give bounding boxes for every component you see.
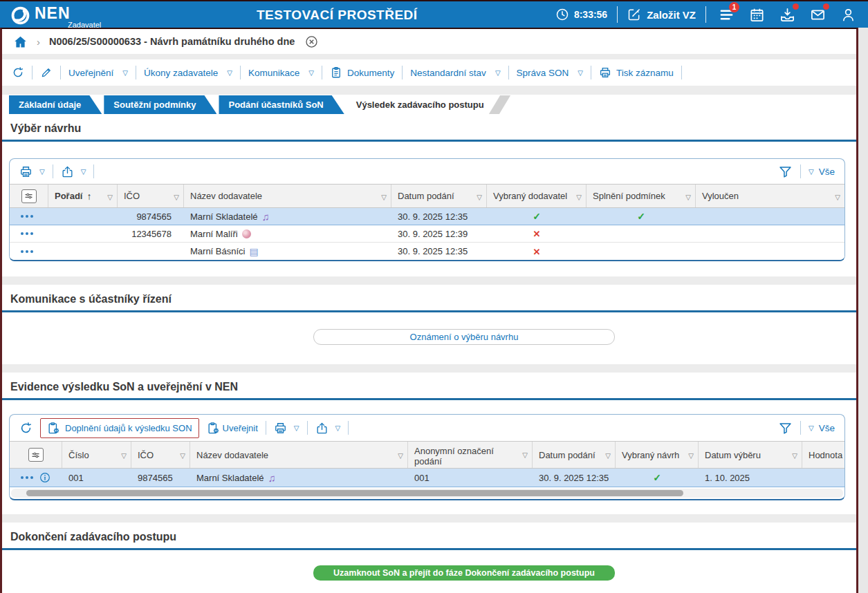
column-filter-icon[interactable]	[685, 191, 691, 201]
uzamknout-son-button[interactable]: Uzamknout SoN a přejít do fáze Dokončení…	[313, 565, 615, 581]
tasks-menu-button[interactable]: 1	[716, 4, 737, 25]
print-table-button[interactable]	[274, 422, 299, 435]
cell-nazev: Marní Malíři	[184, 229, 391, 239]
menu-dokumenty[interactable]: Dokumenty	[330, 66, 394, 79]
column-header-datum-podani[interactable]: Datum podání	[391, 185, 487, 207]
column-header-hodnota[interactable]: Hodnota s	[802, 442, 844, 468]
column-header-datum-vyberu[interactable]: Datum výběru	[699, 442, 802, 468]
column-header-datum-podani[interactable]: Datum podání	[533, 442, 616, 468]
column-filter-icon[interactable]	[792, 450, 797, 460]
check-icon	[637, 211, 645, 222]
refresh-icon[interactable]	[12, 66, 24, 79]
edit-pencil-icon[interactable]	[40, 66, 53, 79]
open-book-icon	[249, 246, 258, 257]
section-title: Výběr návrhu	[2, 114, 856, 142]
inbox-download-icon	[779, 7, 795, 23]
export-table-button[interactable]	[315, 422, 341, 435]
vyber-table-toolbar: Vše	[10, 159, 844, 184]
table-row[interactable]: 9874565 Marní Skladatelé 30. 9. 2025 12:…	[10, 208, 844, 225]
calendar-button[interactable]	[746, 4, 767, 25]
column-header-vyloucen[interactable]: Vyloučen	[696, 185, 844, 207]
menu-tisk-zaznamu[interactable]: Tisk záznamu	[599, 66, 674, 79]
uverejnit-button[interactable]: Uveřejnit	[207, 422, 258, 435]
evidence-table-toolbar: Doplnění údajů k výsledku SON Uveřejnit …	[10, 415, 844, 441]
column-filter-icon[interactable]	[688, 450, 694, 460]
filter-funnel-icon[interactable]	[778, 421, 793, 435]
column-filter-icon[interactable]	[605, 450, 611, 460]
menu-uverejneni[interactable]: Uveřejnění	[68, 68, 128, 78]
export-table-button[interactable]	[61, 165, 86, 178]
column-header-ico[interactable]: IČO	[131, 442, 190, 468]
tab-bar: Základní údaje Soutěžní podmínky Podání …	[2, 95, 856, 114]
menu-komunikace[interactable]: Komunikace	[248, 68, 314, 78]
inbox-button[interactable]	[777, 4, 797, 25]
tab-soutezni-podminky[interactable]: Soutěžní podmínky	[104, 95, 216, 114]
user-profile-button[interactable]	[838, 4, 858, 25]
filter-all-dropdown[interactable]: Vše	[809, 167, 835, 177]
column-filter-icon[interactable]	[522, 449, 528, 460]
cell-datum-vyberu: 1. 10. 2025	[699, 473, 802, 483]
column-header-vybrany-dodavatel[interactable]: Vybraný dodavatel	[487, 185, 587, 207]
messages-button[interactable]	[807, 4, 828, 25]
menu-sprava-son[interactable]: Správa SON	[517, 68, 583, 78]
column-filter-icon[interactable]	[835, 191, 840, 201]
column-header-splneni-podminek[interactable]: Splnění podmínek	[587, 185, 696, 207]
section-title: Dokončení zadávacího postupu	[2, 523, 856, 550]
column-filter-icon[interactable]	[121, 450, 127, 460]
menu-nestandardni-stav[interactable]: Nestandardní stav	[410, 68, 500, 78]
row-menu-icon[interactable]	[21, 232, 33, 235]
tab-podani-ucastniku[interactable]: Podání účastníků SoN	[219, 95, 344, 114]
column-header-ico[interactable]: IČO	[118, 185, 184, 207]
music-note-icon	[262, 211, 270, 223]
clock-time: 8:33:56	[574, 9, 607, 20]
close-record-icon[interactable]	[305, 35, 318, 48]
cell-ico: 9874565	[131, 473, 190, 483]
table-row[interactable]: Marní Básníci 30. 9. 2025 12:35	[10, 243, 844, 260]
filter-all-dropdown[interactable]: Vše	[809, 423, 835, 433]
column-header-nazev[interactable]: Název dodavatele	[184, 185, 391, 207]
table-row[interactable]: 12345678 Marní Malíři 30. 9. 2025 12:39	[10, 225, 844, 243]
create-vz-button[interactable]: Založit VZ	[627, 8, 696, 21]
table-row[interactable]: 001 9874565 Marní Skladatelé 001 30. 9. …	[10, 469, 844, 487]
column-filter-icon[interactable]	[107, 191, 113, 201]
cell-anonymni: 001	[408, 473, 533, 483]
column-filter-icon[interactable]	[477, 191, 482, 201]
edit-square-icon	[627, 8, 641, 21]
column-settings-icon[interactable]	[28, 448, 44, 462]
row-menu-icon[interactable]	[21, 215, 33, 218]
column-filter-icon[interactable]	[174, 191, 179, 201]
palette-icon	[242, 229, 251, 238]
column-header-poradi[interactable]: Pořadí	[48, 185, 118, 207]
section-title: Evidence výsledku SoN a uveřejnění v NEN	[2, 373, 856, 400]
column-header-cislo[interactable]: Číslo	[62, 442, 131, 468]
tab-vysledek-postupu[interactable]: Výsledek zadávacího postupu	[347, 95, 499, 114]
row-menu-icon[interactable]	[21, 250, 33, 253]
row-menu-icon[interactable]	[21, 476, 33, 479]
oznameni-o-vyberu-button[interactable]: Oznámení o výběru návrhu	[313, 329, 615, 345]
nen-logo[interactable]: NEN Zadavatel	[11, 4, 71, 25]
home-icon[interactable]	[13, 35, 28, 49]
evidence-table-panel: Doplnění údajů k výsledku SON Uveřejnit …	[9, 414, 845, 500]
refresh-icon[interactable]	[19, 422, 33, 435]
breadcrumb-record[interactable]: N006/25/S00000633 - Návrh památníku druh…	[49, 36, 295, 47]
application-window: NEN Zadavatel TESTOVACÍ PROSTŘEDÍ 8:33:5…	[0, 0, 868, 593]
cell-datum: 30. 9. 2025 12:35	[391, 211, 487, 222]
column-settings-icon[interactable]	[21, 189, 37, 203]
print-table-button[interactable]	[19, 165, 45, 178]
mail-icon	[810, 7, 826, 23]
column-filter-icon[interactable]	[180, 450, 185, 460]
menu-ukony-zadavatele[interactable]: Úkony zadavatele	[144, 68, 232, 78]
scrollbar-thumb[interactable]	[26, 490, 683, 496]
column-filter-icon[interactable]	[576, 191, 582, 201]
cross-icon	[533, 246, 541, 257]
column-filter-icon[interactable]	[381, 191, 387, 201]
info-icon[interactable]	[39, 472, 50, 483]
tab-zakladni-udaje[interactable]: Základní údaje	[9, 95, 102, 114]
doplneni-udaju-button[interactable]: Doplnění údajů k výsledku SON	[40, 418, 199, 438]
filter-funnel-icon[interactable]	[778, 164, 793, 179]
column-header-nazev[interactable]: Název dodavatele	[190, 442, 408, 468]
column-filter-icon[interactable]	[398, 450, 403, 460]
column-header-vybrany-navrh[interactable]: Vybraný návrh	[616, 442, 699, 468]
horizontal-scrollbar[interactable]	[11, 489, 843, 498]
column-header-anonymni[interactable]: Anonymní označení podání	[408, 442, 533, 468]
